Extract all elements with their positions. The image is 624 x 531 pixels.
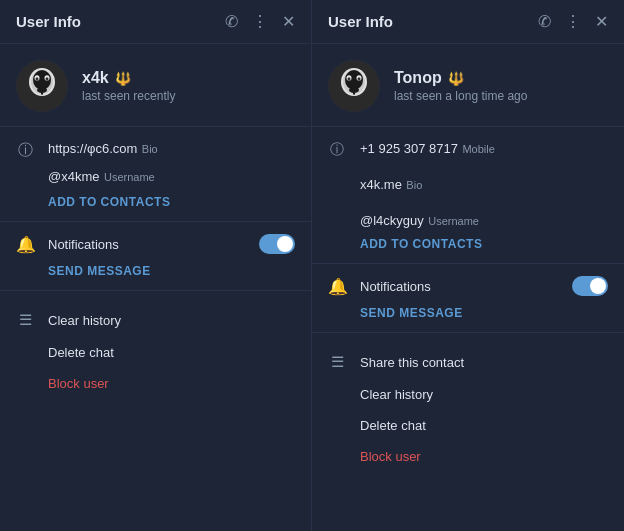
bell-icon-right: 🔔 [328, 277, 346, 296]
right-phone-number[interactable]: +1 925 307 8717 [360, 141, 458, 156]
left-action-block-user[interactable]: Block user [16, 368, 295, 399]
left-user-info: x4k 🔱 last seen recently [82, 69, 175, 103]
right-user-status: last seen a long time ago [394, 89, 527, 103]
svg-point-20 [358, 77, 361, 81]
right-notifications-toggle[interactable] [572, 276, 608, 296]
right-actions-section: ☰ Share this contact Clear history Delet… [312, 333, 624, 531]
left-action-delete-chat[interactable]: Delete chat [16, 337, 295, 368]
right-panel-header: User Info ✆ ⋮ ✕ [312, 0, 624, 44]
right-panel: User Info ✆ ⋮ ✕ [312, 0, 624, 531]
left-user-profile: x4k 🔱 last seen recently [0, 44, 311, 127]
left-notifications-toggle[interactable] [259, 234, 295, 254]
right-notification-row: 🔔 Notifications [328, 276, 608, 296]
right-close-icon[interactable]: ✕ [595, 12, 608, 31]
right-username-label: Username [428, 215, 479, 227]
left-action-clear-history[interactable]: ☰ Clear history [16, 303, 295, 337]
left-panel: User Info ✆ ⋮ ✕ [0, 0, 312, 531]
right-add-to-contacts-button[interactable]: ADD TO CONTACTS [360, 237, 608, 251]
right-phone-block: +1 925 307 8717 Mobile [360, 139, 495, 157]
svg-point-19 [348, 77, 351, 81]
right-action-delete-chat[interactable]: Delete chat [328, 410, 608, 441]
left-notifications-section: 🔔 Notifications SEND MESSAGE [0, 222, 311, 291]
left-info-content: https://φc6.com Bio @x4kme Username [48, 139, 158, 185]
left-bio-label: Bio [142, 143, 158, 155]
right-phone-row: ⓘ +1 925 307 8717 Mobile x4k.me Bio @l4c… [328, 139, 608, 229]
info-circle-icon-right: ⓘ [328, 141, 346, 159]
left-username-label: Username [104, 171, 155, 183]
phone-icon[interactable]: ✆ [225, 12, 238, 31]
right-user-info: Tonop 🔱 last seen a long time ago [394, 69, 527, 103]
left-user-status: last seen recently [82, 89, 175, 103]
right-username[interactable]: @l4ckyguy [360, 213, 424, 228]
left-info-section: ⓘ https://φc6.com Bio @x4kme Username AD… [0, 127, 311, 222]
left-add-to-contacts-button[interactable]: ADD TO CONTACTS [48, 195, 295, 209]
left-avatar [16, 60, 68, 112]
left-send-message-button[interactable]: SEND MESSAGE [48, 264, 295, 278]
right-user-profile: Tonop 🔱 last seen a long time ago [312, 44, 624, 127]
right-phone-label: Mobile [462, 143, 494, 155]
right-action-block-user[interactable]: Block user [328, 441, 608, 472]
left-notif-label: Notifications [48, 237, 245, 252]
right-notifications-section: 🔔 Notifications SEND MESSAGE [312, 264, 624, 333]
left-info-row-bio: ⓘ https://φc6.com Bio @x4kme Username [16, 139, 295, 185]
right-bio-url[interactable]: x4k.me [360, 177, 402, 192]
right-send-message-button[interactable]: SEND MESSAGE [360, 306, 608, 320]
right-action-share-contact[interactable]: ☰ Share this contact [328, 345, 608, 379]
left-panel-header: User Info ✆ ⋮ ✕ [0, 0, 311, 44]
info-circle-icon: ⓘ [16, 141, 34, 160]
close-icon[interactable]: ✕ [282, 12, 295, 31]
right-phone-icon[interactable]: ✆ [538, 12, 551, 31]
more-options-icon[interactable]: ⋮ [252, 12, 268, 31]
list-icon-left: ☰ [16, 311, 34, 329]
right-action-clear-history[interactable]: Clear history [328, 379, 608, 410]
left-user-name: x4k [82, 69, 109, 87]
right-header-icons: ✆ ⋮ ✕ [538, 12, 608, 31]
right-username-block: @l4ckyguy Username [360, 211, 495, 229]
bell-icon-left: 🔔 [16, 235, 34, 254]
svg-point-21 [349, 87, 359, 93]
svg-point-9 [46, 77, 49, 81]
left-username[interactable]: @x4kme [48, 169, 100, 184]
left-username-block: @x4kme Username [48, 167, 158, 185]
right-bio-block: x4k.me Bio [360, 175, 495, 193]
left-notification-row: 🔔 Notifications [16, 234, 295, 254]
svg-point-8 [36, 77, 39, 81]
left-bio-block: https://φc6.com Bio [48, 139, 158, 157]
right-user-name: Tonop [394, 69, 442, 87]
left-name-row: x4k 🔱 [82, 69, 175, 87]
right-info-section: ⓘ +1 925 307 8717 Mobile x4k.me Bio @l4c… [312, 127, 624, 264]
share-icon-right: ☰ [328, 353, 346, 371]
left-actions-section: ☰ Clear history Delete chat Block user [0, 291, 311, 531]
right-phone-details: +1 925 307 8717 Mobile x4k.me Bio @l4cky… [360, 139, 495, 229]
right-bio-label: Bio [406, 179, 422, 191]
right-panel-title: User Info [328, 13, 538, 30]
right-name-row: Tonop 🔱 [394, 69, 527, 87]
left-bio-url[interactable]: https://φc6.com [48, 141, 137, 156]
left-panel-title: User Info [16, 13, 225, 30]
right-more-options-icon[interactable]: ⋮ [565, 12, 581, 31]
right-verified-badge: 🔱 [448, 71, 464, 86]
left-verified-badge: 🔱 [115, 71, 131, 86]
left-header-icons: ✆ ⋮ ✕ [225, 12, 295, 31]
right-avatar [328, 60, 380, 112]
svg-point-10 [37, 87, 47, 93]
right-notif-label: Notifications [360, 279, 558, 294]
